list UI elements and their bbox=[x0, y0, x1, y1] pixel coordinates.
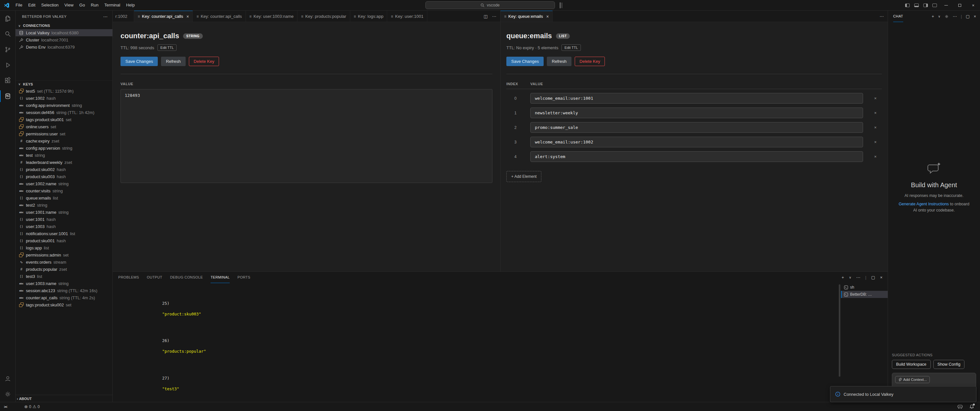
maximize-panel-icon[interactable]: ▢ bbox=[871, 275, 875, 280]
key-row[interactable]: test string bbox=[16, 152, 112, 159]
element-value-input[interactable] bbox=[530, 122, 863, 133]
editor-tab[interactable]: ≡ Key: logs:app × bbox=[350, 11, 387, 22]
key-row[interactable]: product:sku001 hash bbox=[16, 237, 112, 244]
editor-tab[interactable]: ≡ Key: user:1003:name × bbox=[246, 11, 298, 22]
panel-tab[interactable]: PROBLEMS bbox=[118, 272, 139, 283]
key-row[interactable]: events:orders stream bbox=[16, 259, 112, 266]
split-editor-icon[interactable]: ◫ bbox=[484, 14, 488, 19]
save-changes-button[interactable]: Save Changes bbox=[121, 57, 158, 66]
key-row[interactable]: user:1001 hash bbox=[16, 216, 112, 223]
betterdb-extension-icon[interactable] bbox=[0, 89, 16, 104]
customize-layout-icon[interactable] bbox=[930, 0, 939, 10]
editor-tab[interactable]: ≡ Key: user:1001 × bbox=[387, 11, 427, 22]
connection-row[interactable]: Demo Env localhost:6379 bbox=[16, 43, 112, 51]
toggle-sidebar-icon[interactable] bbox=[903, 0, 912, 10]
element-value-input[interactable] bbox=[530, 151, 863, 162]
chat-tab[interactable]: CHAT bbox=[893, 11, 903, 22]
edit-ttl-button[interactable]: Edit TTL bbox=[158, 44, 177, 51]
key-row[interactable]: notifications:user:1001 list bbox=[16, 230, 112, 237]
key-row[interactable]: leaderboard:weekly zset bbox=[16, 159, 112, 166]
more-actions-icon[interactable]: ⋯ bbox=[953, 14, 957, 19]
delete-key-button[interactable]: Delete Key bbox=[189, 57, 220, 66]
key-row[interactable]: session:abc123 string (TTL: 42m 16s) bbox=[16, 287, 112, 294]
extensions-icon[interactable] bbox=[0, 73, 16, 89]
add-context-chip[interactable]: Add Context... bbox=[895, 376, 930, 383]
close-icon[interactable]: × bbox=[186, 14, 189, 19]
element-value-input[interactable] bbox=[530, 93, 863, 104]
editor-tab[interactable]: ≡ Key: counter:api_calls × bbox=[193, 11, 245, 22]
source-control-icon[interactable] bbox=[0, 42, 16, 57]
menu-item[interactable]: Terminal bbox=[102, 2, 123, 9]
key-row[interactable]: tags:product:sku002 set bbox=[16, 301, 112, 308]
keys-section-header[interactable]: ∨ KEYS bbox=[16, 80, 112, 87]
remote-indicator[interactable]: >< bbox=[4, 405, 7, 409]
key-row[interactable]: counter:visits string bbox=[16, 187, 112, 194]
account-icon[interactable] bbox=[0, 371, 16, 386]
connection-row[interactable]: Local Valkey localhost:6380 bbox=[16, 29, 112, 36]
refresh-button[interactable]: Refresh bbox=[547, 57, 571, 66]
key-row[interactable]: user:1002:name string bbox=[16, 180, 112, 187]
settings-gear-icon[interactable] bbox=[0, 386, 16, 402]
notifications-bell-icon[interactable] bbox=[969, 404, 974, 409]
value-textarea[interactable]: 128493 bbox=[121, 89, 492, 183]
toggle-secondary-sidebar-icon[interactable] bbox=[921, 0, 930, 10]
menu-item[interactable]: Edit bbox=[25, 2, 38, 9]
notification-toast[interactable]: Connected to Local Valkey bbox=[830, 386, 977, 402]
copilot-icon[interactable] bbox=[957, 404, 963, 409]
key-row[interactable]: products:popular zset bbox=[16, 266, 112, 273]
chat-settings-icon[interactable] bbox=[944, 14, 949, 19]
menu-item[interactable]: Go bbox=[76, 2, 88, 9]
terminal-output[interactable]: 25) "product:sku003" 26) "product bbox=[113, 283, 841, 402]
explorer-icon[interactable] bbox=[0, 11, 16, 26]
menu-item[interactable]: Help bbox=[123, 2, 138, 9]
key-row[interactable]: user:1002 hash bbox=[16, 95, 112, 102]
menu-item[interactable]: View bbox=[62, 2, 76, 9]
menu-item[interactable]: Selection bbox=[38, 2, 61, 9]
element-value-input[interactable] bbox=[530, 136, 863, 148]
panel-tab[interactable]: DEBUG CONSOLE bbox=[170, 272, 203, 283]
key-row[interactable]: counter:api_calls string (TTL: 4m 2s) bbox=[16, 294, 112, 301]
toggle-panel-icon[interactable] bbox=[912, 0, 921, 10]
key-row[interactable]: test3 list bbox=[16, 273, 112, 280]
minimize-button[interactable] bbox=[939, 0, 953, 10]
more-actions-icon[interactable]: ⋯ bbox=[880, 14, 884, 19]
editor-tab[interactable]: ≡ Key: products:popular × bbox=[298, 11, 350, 22]
remove-element-icon[interactable]: × bbox=[869, 96, 882, 101]
editor-tab[interactable]: ≡ Key: counter:api_calls × bbox=[134, 11, 193, 22]
key-row[interactable]: test2 string bbox=[16, 202, 112, 209]
panel-tab[interactable]: OUTPUT bbox=[147, 272, 162, 283]
key-row[interactable]: user:1003:name string bbox=[16, 280, 112, 287]
key-row[interactable]: config:app:environment string bbox=[16, 102, 112, 109]
key-row[interactable]: session:def456 string (TTL: 1h 42m) bbox=[16, 109, 112, 116]
suggested-action-button[interactable]: Show Config bbox=[933, 360, 965, 369]
key-row[interactable]: logs:app list bbox=[16, 244, 112, 251]
layout-quick-icon[interactable] bbox=[560, 3, 560, 8]
key-row[interactable]: test5 set (TTL: 1157d 9h) bbox=[16, 87, 112, 95]
terminal-session-row[interactable]: sh bbox=[841, 284, 888, 291]
remove-element-icon[interactable]: × bbox=[869, 110, 882, 115]
remove-element-icon[interactable]: × bbox=[869, 140, 882, 144]
menu-item[interactable]: Run bbox=[88, 2, 102, 9]
terminal-session-row[interactable]: BetterDB: … bbox=[841, 291, 888, 298]
key-row[interactable]: permissions:user set bbox=[16, 130, 112, 137]
about-section-header[interactable]: › ABOUT bbox=[16, 395, 112, 402]
key-row[interactable]: cache:expiry zset bbox=[16, 137, 112, 144]
key-row[interactable]: config:app:version string bbox=[16, 144, 112, 152]
maximize-chat-icon[interactable]: ▢ bbox=[966, 14, 970, 19]
remove-element-icon[interactable]: × bbox=[869, 125, 882, 130]
new-chat-icon[interactable]: + bbox=[932, 14, 934, 19]
editor-tab[interactable]: ≡ Key: queue:emails × bbox=[501, 11, 553, 22]
maximize-button[interactable] bbox=[953, 0, 966, 10]
suggested-action-button[interactable]: Build Workspace bbox=[892, 360, 931, 369]
close-icon[interactable]: × bbox=[546, 14, 549, 19]
connection-row[interactable]: Cluster localhost:7001 bbox=[16, 36, 112, 43]
generate-instructions-link[interactable]: Generate Agent Instructions bbox=[899, 202, 949, 206]
panel-tab[interactable]: TERMINAL bbox=[211, 272, 230, 283]
terminal-scrollbar[interactable] bbox=[839, 284, 840, 377]
add-element-button[interactable]: + Add Element bbox=[506, 171, 541, 182]
key-row[interactable]: product:sku003 hash bbox=[16, 173, 112, 180]
key-row[interactable]: permissions:admin set bbox=[16, 251, 112, 259]
search-sidebar-icon[interactable] bbox=[0, 26, 16, 42]
edit-ttl-button[interactable]: Edit TTL bbox=[562, 44, 581, 51]
editor-tab[interactable]: ≡ r:1002 × bbox=[113, 11, 134, 22]
